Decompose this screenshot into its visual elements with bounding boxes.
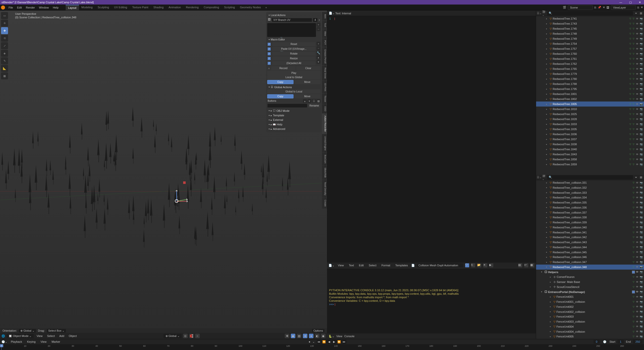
eye-icon[interactable]: 👁 — [635, 153, 639, 156]
expand-icon[interactable]: ▸ — [550, 316, 552, 318]
expand-icon[interactable]: ▸ — [550, 311, 552, 313]
outliner-bottom[interactable]: ☰⌄ 🎬⌄ 🔍 ⏷ ▦ ▸ ▽ RedwoodTree_collision.33… — [536, 175, 644, 339]
workspace-tab-shading[interactable]: Shading — [151, 5, 166, 10]
filter-icon-2[interactable]: ⏷ — [634, 175, 638, 179]
outliner-search[interactable]: 🔍 — [547, 11, 633, 15]
start-frame-field[interactable]: 1 — [617, 340, 624, 344]
expand-icon[interactable]: ▸ — [546, 202, 549, 204]
workspace-tab-scripting[interactable]: Scripting — [222, 5, 237, 10]
menu-help[interactable]: Help — [51, 6, 61, 9]
outliner-item[interactable]: ▸ ▽ FenceUnit004_collision ▽ 👁 📷 — [536, 329, 644, 334]
eye-icon[interactable]: 👁 — [635, 133, 639, 136]
eye-icon[interactable]: 👁 — [635, 143, 639, 146]
outliner-item[interactable]: ▸ ▽ RedwoodTree_collision.346 ▽ 👁 📷 — [536, 255, 644, 260]
disable-icon[interactable]: 📷 — [639, 163, 643, 166]
workspace-tab-animation[interactable]: Animation — [166, 5, 183, 10]
gizmo-toggle-icon[interactable]: ✥ — [285, 334, 289, 338]
expand-icon[interactable]: ▸ — [546, 28, 549, 30]
eye-icon[interactable]: 👁 — [635, 68, 639, 70]
macro-down-icon[interactable]: ▾ — [316, 60, 320, 64]
outliner-item[interactable]: ▸ ▽ RedwoodTree_collision.331 ▽ 👁 📷 — [536, 180, 644, 185]
outliner-item[interactable]: ▸ ▽ RedwoodTree_collision.336 ▽ 👁 📷 — [536, 205, 644, 210]
help-header[interactable]: ▸ 📖 Help — [267, 122, 320, 127]
outliner-item[interactable]: ▸ ▽ RedwoodTree.1835 ▽ ▽ 👁 📷 — [536, 127, 644, 132]
expand-icon[interactable]: ▸ — [550, 296, 552, 298]
record-radio[interactable]: ○ — [267, 66, 271, 70]
rename-field[interactable] — [267, 104, 307, 108]
eye-icon[interactable]: 👁 — [635, 320, 639, 323]
disable-icon[interactable]: 📷 — [639, 191, 643, 194]
external-header[interactable]: ▸ External — [267, 118, 320, 122]
delete-scene-icon[interactable]: ✕ — [603, 6, 605, 9]
disable-icon[interactable]: 📷 — [639, 143, 643, 146]
eye-icon[interactable]: 👁 — [635, 32, 639, 35]
n-tab-real-snow[interactable]: Real Snow — [322, 66, 327, 81]
menu-edit[interactable]: Edit — [15, 6, 24, 9]
outliner-item[interactable]: ▸ ▽ RedwoodTree_collision.345 ▽ 👁 📷 — [536, 250, 644, 255]
play-reverse-icon[interactable]: ◀ — [327, 340, 331, 344]
keyframe-prev-icon[interactable]: ⏪ — [322, 340, 326, 344]
disable-icon[interactable]: 📷 — [639, 63, 643, 65]
macro-remove-icon[interactable]: − — [316, 46, 320, 50]
timeline-view-menu[interactable]: View — [39, 340, 48, 343]
eye-icon[interactable]: 👁 — [635, 271, 639, 274]
outliner-item[interactable]: ▸ ▽ RedwoodTree.1858 ▽ ▽ 👁 📷 — [536, 157, 644, 162]
disable-icon[interactable]: 📷 — [639, 17, 643, 20]
macro-checkbox[interactable]: ✓ — [268, 43, 271, 46]
collection-checkbox[interactable]: ✓ — [632, 290, 635, 293]
eye-icon[interactable]: 👁 — [635, 98, 639, 101]
text-browse-icon[interactable]: 📄 — [411, 264, 415, 267]
eye-icon[interactable]: 👁 — [635, 103, 639, 106]
3d-viewport[interactable]: User Perspective (0) Scene Collection | … — [0, 11, 327, 339]
disable-icon[interactable]: 📷 — [639, 22, 643, 25]
text-new-icon[interactable]: ⎘ — [471, 263, 475, 267]
expand-icon[interactable]: ▸ — [546, 38, 549, 40]
outliner-item[interactable]: ▸ ▽ FenceUnit004 ▽ 👁 📷 — [536, 324, 644, 329]
new-scene-icon[interactable]: ⎘ — [594, 6, 596, 9]
expand-icon[interactable]: ▸ — [546, 58, 549, 60]
outliner-item[interactable]: ▸ ▽ RedwoodTree.1838 ▽ ▽ 👁 📷 — [536, 142, 644, 147]
expand-icon[interactable]: ▸ — [546, 241, 549, 243]
play-icon[interactable]: ▶ — [332, 340, 336, 344]
disable-icon[interactable]: 📷 — [639, 276, 643, 278]
text-text-menu[interactable]: Text — [347, 264, 355, 267]
expand-icon[interactable]: ▸ — [546, 83, 549, 85]
outliner-item[interactable]: ▸ ▽ FenceUnit002 ▽ 👁 📷 — [536, 304, 644, 309]
outliner-item[interactable]: ▸ ▽ FenceUnit003 ▽ 👁 📷 — [536, 314, 644, 319]
disable-icon[interactable]: 📷 — [639, 246, 643, 248]
disable-icon[interactable]: 📷 — [639, 241, 643, 244]
disable-icon[interactable]: 📷 — [639, 305, 643, 308]
snap-icon[interactable]: 🧲 — [189, 334, 194, 338]
console-view-menu[interactable]: View — [336, 335, 342, 338]
measure-tool[interactable]: 📐 — [1, 65, 8, 72]
outliner-item[interactable]: ▸ ⊹ Sansar: Male Base ▽ 👁📷 — [536, 279, 644, 284]
eye-icon[interactable]: 👁 — [635, 158, 639, 161]
disable-icon[interactable]: 📷 — [639, 103, 643, 106]
playback-menu[interactable]: Playback — [9, 340, 24, 343]
outliner-item[interactable]: ▸ ▽ RedwoodTree_collision.333 ▽ 👁 📷 — [536, 190, 644, 195]
outliner-item[interactable]: ▸ ▽ RedwoodTree_collision.335 ▽ 👁 📷 — [536, 200, 644, 205]
n-tab-3d-print[interactable]: 3D-Print — [322, 81, 327, 93]
disable-icon[interactable]: 📷 — [639, 256, 643, 259]
disable-icon[interactable]: 📷 — [639, 128, 643, 131]
expand-icon[interactable]: ▸ — [550, 330, 552, 333]
expand-icon[interactable]: ▸ — [546, 93, 549, 95]
disable-icon[interactable]: 📷 — [639, 290, 643, 293]
expand-icon[interactable]: ▸ — [546, 113, 549, 115]
disable-icon[interactable]: 📷 — [639, 216, 643, 219]
dropdown-icon[interactable]: ⌄ — [318, 18, 320, 22]
options-dropdown[interactable]: Options — [312, 329, 325, 332]
outliner-item[interactable]: ▸ ▽ RedwoodTree_collision.334 ▽ 👁 📷 — [536, 195, 644, 200]
n-tab-odd[interactable]: ODD — [322, 104, 327, 113]
n-tab-boxcam[interactable]: BoxCam — [322, 153, 327, 166]
keying-menu[interactable]: Keying — [26, 340, 37, 343]
current-frame-field[interactable]: 0 — [593, 340, 600, 344]
eye-icon[interactable]: 👁 — [635, 295, 639, 298]
drag-dropdown[interactable]: Select Box ⌄ — [47, 329, 66, 333]
outliner-item[interactable]: ▸ ▽ RedwoodTree.1743 ▽ ▽ 👁 📷 — [536, 21, 644, 26]
disable-icon[interactable]: 📷 — [639, 113, 643, 116]
outliner-item[interactable]: ▸ ⊹ ScoutCrossStencil ▽ 👁📷 — [536, 284, 644, 289]
eye-icon[interactable]: 👁 — [635, 276, 639, 278]
eye-icon[interactable]: 👁 — [635, 315, 639, 318]
outliner-item[interactable]: ▸ ▽ RedwoodTree_collision.343 ▽ 👁 📷 — [536, 240, 644, 245]
